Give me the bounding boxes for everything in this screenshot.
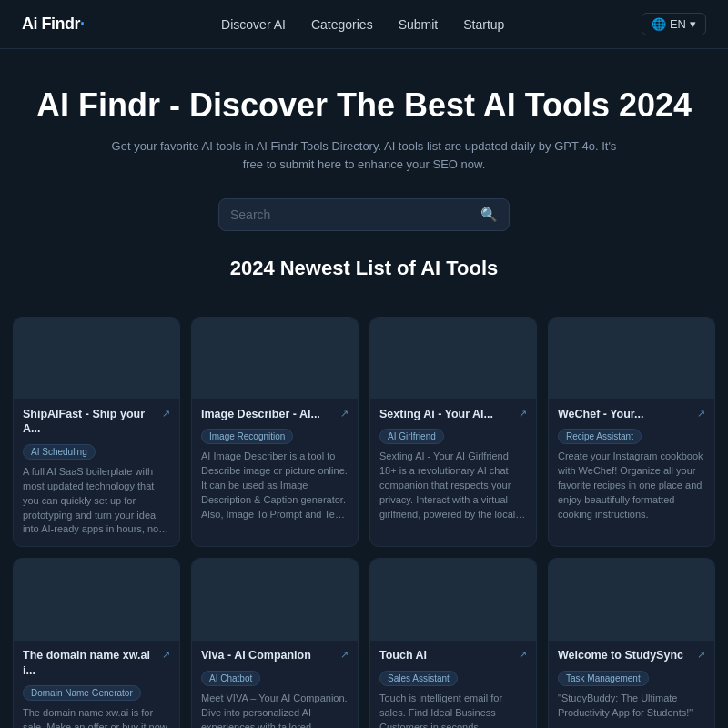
nav-submit[interactable]: Submit	[399, 17, 439, 32]
nav-categories[interactable]: Categories	[311, 17, 373, 32]
tool-badge: AI Girlfriend	[379, 429, 444, 444]
tool-card[interactable]: Touch AI ↗ Sales Assistant Touch is inte…	[369, 558, 537, 728]
tool-description: Sexting AI - Your AI Girlfriend 18+ is a…	[379, 450, 527, 522]
tool-body: WeChef - Your... ↗ Recipe Assistant Crea…	[549, 399, 714, 531]
tool-title-row: ShipAIFast - Ship your A... ↗	[23, 407, 170, 437]
tool-badge: AI Chatbot	[201, 671, 260, 686]
navbar: Ai Findr· Discover AI Categories Submit …	[0, 0, 728, 49]
tools-grid: ShipAIFast - Ship your A... ↗ AI Schedul…	[0, 317, 728, 728]
tool-body: Sexting Ai - Your AI... ↗ AI Girlfriend …	[370, 399, 536, 531]
tool-description: Meet VIVA – Your AI Companion. Dive into…	[201, 692, 349, 728]
tool-title-row: Image Describer - AI... ↗	[201, 407, 349, 421]
tool-thumbnail	[549, 318, 714, 399]
tool-badge: Image Recognition	[201, 429, 293, 444]
tool-title: Sexting Ai - Your AI...	[379, 407, 515, 421]
tool-body: The domain name xw.ai i... ↗ Domain Name…	[14, 641, 179, 728]
hero-section: AI Findr - Discover The Best AI Tools 20…	[0, 49, 728, 317]
tool-body: Viva - AI Companion ↗ AI Chatbot Meet VI…	[192, 641, 358, 728]
nav-discover[interactable]: Discover AI	[221, 17, 286, 32]
search-input[interactable]	[230, 207, 480, 222]
tool-description: A full AI SaaS boilerplate with most upd…	[23, 465, 170, 538]
tool-description: Touch is intelligent email for sales. Fi…	[379, 692, 527, 728]
external-link-icon: ↗	[519, 649, 527, 661]
tool-body: Image Describer - AI... ↗ Image Recognit…	[192, 399, 358, 531]
external-link-icon: ↗	[519, 408, 527, 420]
external-link-icon: ↗	[697, 649, 705, 661]
tool-title-row: The domain name xw.ai i... ↗	[23, 648, 170, 678]
tool-card[interactable]: Viva - AI Companion ↗ AI Chatbot Meet VI…	[191, 558, 359, 728]
tool-title: WeChef - Your...	[558, 407, 693, 421]
tool-card[interactable]: Sexting Ai - Your AI... ↗ AI Girlfriend …	[369, 317, 537, 547]
tool-body: Welcome to StudySync ↗ Task Management "…	[549, 641, 714, 728]
search-bar: 🔍	[218, 198, 510, 231]
search-icon: 🔍	[480, 207, 498, 223]
lang-label: EN	[670, 17, 686, 31]
section-title: 2024 Newest List of AI Tools	[22, 257, 706, 280]
tool-description: Create your Instagram cookbook with WeCh…	[558, 450, 705, 522]
tool-title: The domain name xw.ai i...	[23, 648, 158, 678]
tool-card[interactable]: Welcome to StudySync ↗ Task Management "…	[548, 558, 715, 728]
tool-badge: AI Scheduling	[23, 444, 96, 460]
external-link-icon: ↗	[697, 408, 705, 420]
tool-thumbnail	[549, 559, 714, 641]
tool-badge: Sales Assistant	[379, 671, 458, 686]
tool-card[interactable]: WeChef - Your... ↗ Recipe Assistant Crea…	[548, 317, 715, 547]
tool-title-row: Viva - AI Companion ↗	[201, 648, 349, 662]
tool-title-row: Sexting Ai - Your AI... ↗	[379, 407, 527, 421]
tool-description: "StudyBuddy: The Ultimate Productivity A…	[558, 692, 705, 721]
globe-icon: 🌐	[652, 17, 666, 31]
tool-title: ShipAIFast - Ship your A...	[23, 407, 158, 437]
hero-title: AI Findr - Discover The Best AI Tools 20…	[22, 86, 706, 125]
tool-title-row: Welcome to StudySync ↗	[558, 648, 705, 662]
tool-description: AI Image Describer is a tool to Describe…	[201, 450, 349, 522]
tool-thumbnail	[192, 559, 358, 641]
tool-body: Touch AI ↗ Sales Assistant Touch is inte…	[370, 641, 536, 728]
tool-title: Image Describer - AI...	[201, 407, 337, 421]
tool-thumbnail	[370, 318, 536, 399]
language-button[interactable]: 🌐 EN ▾	[642, 13, 706, 35]
tool-body: ShipAIFast - Ship your A... ↗ AI Schedul…	[14, 399, 179, 546]
tool-badge: Recipe Assistant	[558, 429, 642, 444]
tool-title: Welcome to StudySync	[558, 648, 693, 662]
nav-links: Discover AI Categories Submit Startup	[221, 17, 504, 32]
hero-subtitle: Get your favorite AI tools in AI Findr T…	[100, 137, 628, 173]
nav-startup[interactable]: Startup	[463, 17, 504, 32]
tool-title-row: Touch AI ↗	[379, 648, 527, 662]
tool-title: Touch AI	[379, 648, 515, 662]
external-link-icon: ↗	[162, 408, 170, 420]
tool-thumbnail	[14, 559, 179, 641]
external-link-icon: ↗	[340, 408, 349, 420]
tool-badge: Task Management	[558, 671, 649, 686]
tool-title-row: WeChef - Your... ↗	[558, 407, 705, 421]
chevron-down-icon: ▾	[690, 17, 696, 31]
external-link-icon: ↗	[340, 649, 349, 661]
tool-title: Viva - AI Companion	[201, 648, 337, 662]
tool-card[interactable]: Image Describer - AI... ↗ Image Recognit…	[191, 317, 359, 547]
external-link-icon: ↗	[162, 649, 170, 661]
tool-thumbnail	[370, 559, 536, 641]
tool-badge: Domain Name Generator	[23, 685, 141, 701]
tool-card[interactable]: The domain name xw.ai i... ↗ Domain Name…	[13, 558, 180, 728]
logo[interactable]: Ai Findr·	[22, 15, 85, 34]
tool-thumbnail	[192, 318, 358, 399]
tool-thumbnail	[14, 318, 179, 399]
tool-card[interactable]: ShipAIFast - Ship your A... ↗ AI Schedul…	[13, 317, 180, 547]
tool-description: The domain name xw.ai is for sale. Make …	[23, 706, 170, 728]
